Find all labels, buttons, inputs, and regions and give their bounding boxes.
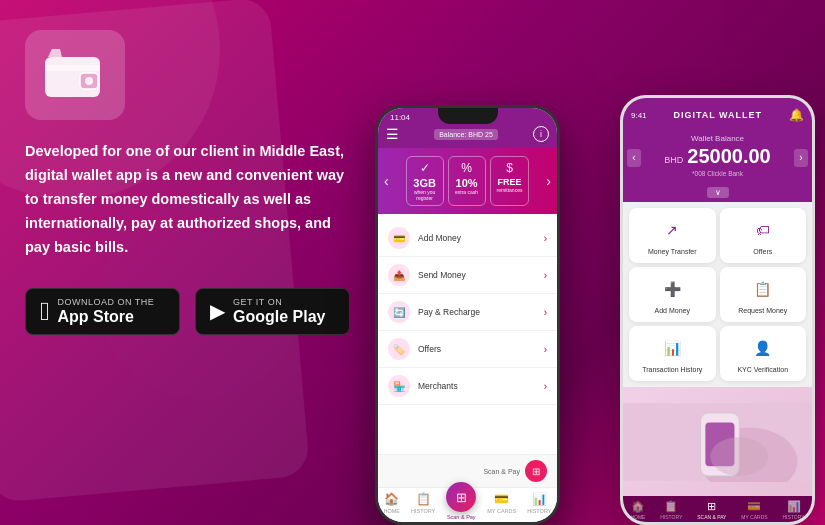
left-panel: Developed for one of our client in Middl… [0, 0, 375, 525]
p2-nav-history[interactable]: 📋 HISTORY [660, 500, 682, 520]
phone-1-screen: 11:04 ☰ Balance: BHD 25 i ‹ ✓ 3GB when y… [378, 108, 557, 522]
phone2-expand-btn[interactable]: ∨ [623, 185, 812, 202]
phone1-menu-list: 💳 Add Money › 📤 Send Money › 🔄 Pay & Rec… [378, 214, 557, 454]
request-money-icon: 📋 [749, 275, 777, 303]
phone1-prev-arrow[interactable]: ‹ [384, 173, 389, 189]
phone-2-screen: 9:41 DIGITAL WALLET 🔔 ‹ › Wallet Balance… [623, 98, 812, 522]
google-play-text: GET IT ON Google Play [233, 297, 325, 326]
money-transfer-icon: ↗ [658, 216, 686, 244]
add-money-icon: 💳 [388, 227, 410, 249]
history2-nav-label: HISTORY [527, 508, 551, 514]
grid-request-money[interactable]: 📋 Request Money [720, 267, 807, 322]
kyc-verification-label: KYC Verification [737, 366, 788, 373]
phone2-prev-arrow[interactable]: ‹ [627, 149, 641, 167]
banner-item-1: % 10% extra cash [448, 156, 486, 206]
offers-grid-label: Offers [753, 248, 772, 255]
grid-transaction-history[interactable]: 📊 Transaction History [629, 326, 716, 381]
p2-nav-history2[interactable]: 📊 HISTORY [783, 500, 805, 520]
svg-rect-1 [45, 65, 100, 71]
main-container: Developed for one of our client in Middl… [0, 0, 825, 525]
svg-point-3 [85, 77, 93, 85]
p1-nav-cards[interactable]: 💳 MY CARDS [487, 492, 516, 520]
app-store-small-text: Download on the [58, 297, 155, 307]
phones-panel: 11:04 ☰ Balance: BHD 25 i ‹ ✓ 3GB when y… [375, 0, 825, 525]
phone2-nav-arrows: ‹ › [623, 149, 812, 167]
app-store-large-text: App Store [58, 307, 155, 326]
scan-nav-button[interactable]: ⊞ [446, 482, 476, 512]
menu-item-send-money[interactable]: 📤 Send Money › [378, 257, 557, 294]
send-money-arrow: › [544, 270, 547, 281]
phone2-bell-icon: 🔔 [789, 108, 804, 122]
store-buttons:  Download on the App Store ▶ GET IT ON … [25, 288, 350, 335]
phone-1: 11:04 ☰ Balance: BHD 25 i ‹ ✓ 3GB when y… [375, 105, 560, 525]
google-play-small-text: GET IT ON [233, 297, 325, 307]
send-money-label: Send Money [418, 270, 544, 280]
phone2-image-section [623, 387, 812, 496]
p1-nav-scan[interactable]: ⊞ Scan & Pay [446, 492, 476, 520]
menu-item-pay-recharge[interactable]: 🔄 Pay & Recharge › [378, 294, 557, 331]
phone1-info-icon: i [533, 126, 549, 142]
menu-item-offers[interactable]: 🏷️ Offers › [378, 331, 557, 368]
phone2-time: 9:41 [631, 111, 647, 120]
offers-arrow: › [544, 344, 547, 355]
transaction-history-icon: 📊 [658, 334, 686, 362]
app-store-button[interactable]:  Download on the App Store [25, 288, 180, 335]
p2-nav-scan[interactable]: ⊞ SCAN & PAY [697, 500, 726, 520]
home-nav-label: HOME [384, 508, 401, 514]
transaction-history-label: Transaction History [642, 366, 702, 373]
p2-home-icon: 🏠 [631, 500, 645, 513]
offers-grid-icon: 🏷 [749, 216, 777, 244]
p1-nav-history2[interactable]: 📊 HISTORY [527, 492, 551, 520]
phone1-balance-badge: Balance: BHD 25 [434, 129, 498, 140]
phone1-time: 11:04 [390, 113, 410, 122]
phone-1-wrapper: 11:04 ☰ Balance: BHD 25 i ‹ ✓ 3GB when y… [375, 105, 560, 525]
phone1-banner-items: ✓ 3GB when you register % 10% extra cash [406, 156, 530, 206]
phone2-title: DIGITAL WALLET [673, 110, 762, 120]
phone-2: 9:41 DIGITAL WALLET 🔔 ‹ › Wallet Balance… [620, 95, 815, 525]
scan-pay-label: Scan & Pay [483, 468, 520, 475]
banner-icon-2: $ [506, 161, 513, 175]
app-store-text: Download on the App Store [58, 297, 155, 326]
add-money-grid-label: Add Money [655, 307, 690, 314]
menu-item-merchants[interactable]: 🏪 Merchants › [378, 368, 557, 405]
scan-nav-icon: ⊞ [456, 490, 467, 505]
scan-nav-label: Scan & Pay [447, 514, 476, 520]
scan-pay-button[interactable]: ⊞ [525, 460, 547, 482]
grid-add-money[interactable]: ➕ Add Money [629, 267, 716, 322]
phone2-bank-info: *008 Clickle Bank [631, 170, 804, 177]
description-text: Developed for one of our client in Middl… [25, 140, 350, 260]
p2-history-label: HISTORY [660, 514, 682, 520]
phone1-scan-bar: Scan & Pay ⊞ [378, 454, 557, 487]
banner-label-1: extra cash [455, 189, 478, 195]
kyc-verification-icon: 👤 [749, 334, 777, 362]
banner-label-2: remittances [497, 187, 523, 193]
google-play-button[interactable]: ▶ GET IT ON Google Play [195, 288, 350, 335]
p2-nav-cards[interactable]: 💳 MY CARDS [741, 500, 767, 520]
banner-icon-0: ✓ [420, 161, 430, 175]
phone1-bottom-nav: 🏠 HOME 📋 HISTORY ⊞ Scan & Pay [378, 487, 557, 522]
grid-money-transfer[interactable]: ↗ Money Transfer [629, 208, 716, 263]
apple-icon:  [40, 298, 50, 324]
p2-history2-label: HISTORY [783, 514, 805, 520]
banner-num-0: 3GB [413, 177, 436, 189]
p2-nav-home[interactable]: 🏠 HOME [630, 500, 645, 520]
cards-nav-icon: 💳 [494, 492, 509, 506]
menu-item-add-money[interactable]: 💳 Add Money › [378, 220, 557, 257]
p2-cards-icon: 💳 [747, 500, 761, 513]
phone2-next-arrow[interactable]: › [794, 149, 808, 167]
merchants-arrow: › [544, 381, 547, 392]
banner-label-0b: register [416, 195, 433, 201]
grid-offers[interactable]: 🏷 Offers [720, 208, 807, 263]
pay-recharge-arrow: › [544, 307, 547, 318]
svg-point-8 [710, 437, 768, 476]
pay-recharge-label: Pay & Recharge [418, 307, 544, 317]
offers-label: Offers [418, 344, 544, 354]
google-play-large-text: Google Play [233, 307, 325, 326]
p1-nav-home[interactable]: 🏠 HOME [384, 492, 401, 520]
grid-kyc-verification[interactable]: 👤 KYC Verification [720, 326, 807, 381]
history-nav-icon: 📋 [416, 492, 431, 506]
expand-icon: ∨ [707, 187, 729, 198]
send-money-icon: 📤 [388, 264, 410, 286]
p1-nav-history[interactable]: 📋 HISTORY [411, 492, 435, 520]
phone1-next-arrow[interactable]: › [546, 173, 551, 189]
